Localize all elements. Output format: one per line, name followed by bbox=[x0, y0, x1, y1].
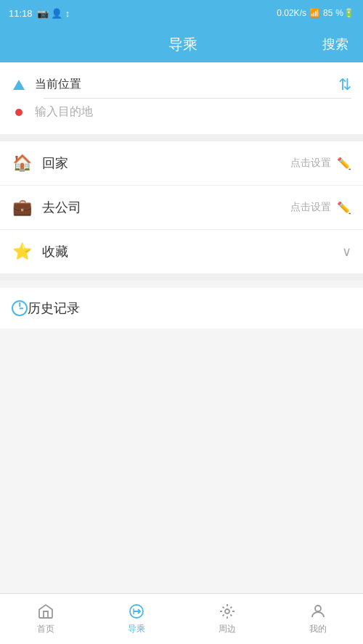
status-bar: 11:18 📷 👤 ↕ 0.02K/s 📶 85 %🔋 bbox=[0, 0, 363, 26]
header: 导乘 搜索 bbox=[0, 26, 363, 62]
history-item[interactable]: 历史记录 bbox=[0, 288, 363, 329]
chevron-down-icon: ∨ bbox=[342, 244, 351, 260]
nav-guide-label: 导乘 bbox=[128, 623, 145, 635]
work-item[interactable]: 💼 去公司 点击设置 ✏️ bbox=[0, 186, 363, 230]
search-button[interactable]: 搜索 bbox=[322, 36, 348, 53]
nav-nearby[interactable]: 周边 bbox=[182, 594, 272, 644]
swap-icon[interactable]: ⇅ bbox=[338, 75, 351, 94]
status-wifi: 📶 bbox=[309, 8, 320, 18]
status-time: 11:18 bbox=[9, 8, 33, 19]
history-label: 历史记录 bbox=[28, 300, 80, 317]
work-label: 去公司 bbox=[42, 199, 290, 216]
svg-point-2 bbox=[315, 606, 321, 611]
status-left: 11:18 📷 👤 ↕ bbox=[9, 8, 70, 19]
home-edit-icon[interactable]: ✏️ bbox=[337, 157, 351, 170]
work-action: 点击设置 bbox=[290, 201, 331, 214]
nav-home-label: 首页 bbox=[37, 623, 54, 635]
status-speed: 0.02K/s bbox=[277, 8, 306, 18]
svg-point-1 bbox=[225, 609, 229, 614]
current-location-row[interactable]: 当前位置 ⇅ bbox=[12, 71, 351, 98]
section-gap-2 bbox=[0, 273, 363, 281]
bottom-navigation: 首页 导乘 周边 我的 bbox=[0, 593, 363, 644]
destination-placeholder: 输入目的地 bbox=[35, 104, 93, 120]
favorites-label: 收藏 bbox=[42, 243, 342, 260]
work-icon: 💼 bbox=[12, 197, 32, 218]
home-icon: 🏠 bbox=[12, 153, 32, 173]
nav-guide[interactable]: 导乘 bbox=[91, 594, 182, 644]
page-title: 导乘 bbox=[44, 35, 322, 54]
nav-mine-label: 我的 bbox=[309, 623, 327, 635]
home-item[interactable]: 🏠 回家 点击设置 ✏️ bbox=[0, 141, 363, 186]
star-icon: ⭐ bbox=[12, 242, 32, 262]
favorites-item[interactable]: ⭐ 收藏 ∨ bbox=[0, 230, 363, 273]
nav-mine[interactable]: 我的 bbox=[272, 594, 363, 644]
destination-row[interactable]: 输入目的地 bbox=[12, 99, 351, 125]
quick-access-list: 🏠 回家 点击设置 ✏️ 💼 去公司 点击设置 ✏️ ⭐ 收藏 ∨ bbox=[0, 141, 363, 273]
status-icons: 📷 👤 ↕ bbox=[37, 8, 70, 19]
clock-icon bbox=[12, 300, 28, 316]
home-action: 点击设置 bbox=[290, 157, 331, 170]
current-location-label: 当前位置 bbox=[35, 77, 351, 92]
work-edit-icon[interactable]: ✏️ bbox=[337, 201, 351, 215]
status-right: 0.02K/s 📶 85 %🔋 bbox=[277, 8, 354, 18]
nav-home[interactable]: 首页 bbox=[0, 594, 91, 644]
nav-nearby-label: 周边 bbox=[219, 623, 236, 635]
history-section: 历史记录 bbox=[0, 288, 363, 329]
status-battery-icon: %🔋 bbox=[335, 8, 354, 18]
status-battery-text: 85 bbox=[323, 8, 333, 18]
section-gap-1 bbox=[0, 134, 363, 141]
destination-icon bbox=[12, 105, 26, 120]
location-icon bbox=[12, 78, 26, 92]
home-label: 回家 bbox=[42, 154, 290, 172]
search-section: 当前位置 ⇅ 输入目的地 bbox=[0, 62, 363, 134]
